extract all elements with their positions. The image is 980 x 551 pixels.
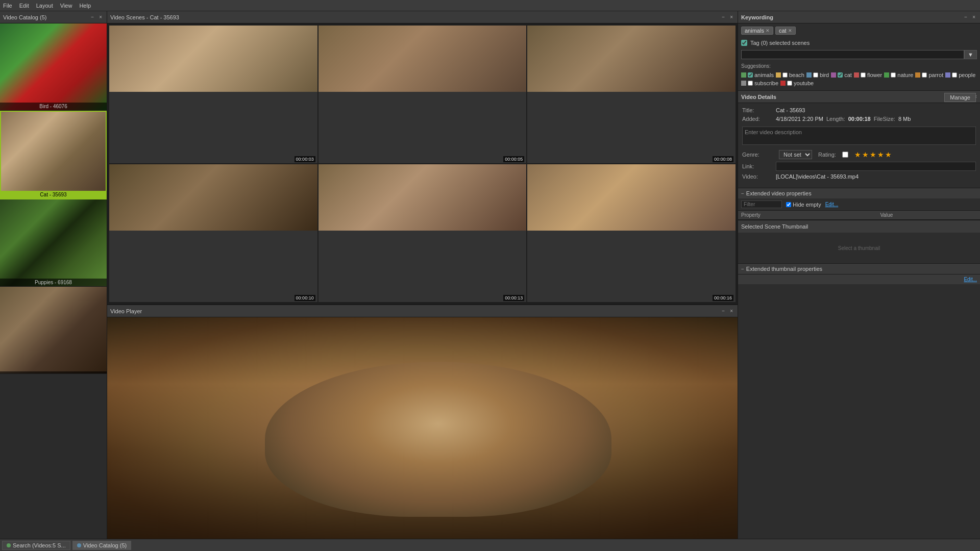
catalog-minimize-btn[interactable]: − xyxy=(89,14,95,20)
vd-rating-label: Rating: xyxy=(818,152,836,158)
ext-thumb-edit-btn[interactable]: Edit... xyxy=(964,277,977,282)
suggestion-subscribe[interactable]: subscribe xyxy=(741,80,778,86)
player-minimize-btn[interactable]: − xyxy=(720,308,726,314)
star-2[interactable]: ★ xyxy=(862,151,869,159)
tag-selected-checkbox[interactable] xyxy=(741,40,747,46)
scene-thumb-2[interactable]: 00:00:05 xyxy=(318,26,527,163)
manage-button[interactable]: Manage xyxy=(944,93,976,102)
suggestion-animals-label: animals xyxy=(754,72,774,78)
suggestion-people-check[interactable] xyxy=(952,72,957,78)
keyword-tag-animals-remove[interactable]: ✕ xyxy=(766,28,770,33)
catalog-item-puppies[interactable]: Puppies - 69168 xyxy=(0,199,107,287)
scene-thumb-4[interactable]: 00:00:10 xyxy=(109,164,317,302)
suggestion-subscribe-label: subscribe xyxy=(754,80,778,86)
suggestion-flower-label: flower xyxy=(867,72,882,78)
suggestion-animals-check[interactable] xyxy=(748,72,753,78)
ext-filter-input[interactable] xyxy=(741,201,782,208)
catalog-item-cat[interactable]: Cat - 35693 xyxy=(0,111,107,199)
bottom-tab-search[interactable]: Search (Videos:5 S... xyxy=(2,541,70,550)
suggestion-animals[interactable]: animals xyxy=(741,72,774,78)
vd-filesize-label: FileSize: xyxy=(874,116,895,122)
bottom-tab-catalog[interactable]: Video Catalog (5) xyxy=(72,541,131,550)
suggestion-people[interactable]: people xyxy=(945,72,975,78)
scenes-minimize-btn[interactable]: − xyxy=(720,14,726,20)
suggestion-nature[interactable]: nature xyxy=(884,72,913,78)
suggestion-nature-check[interactable] xyxy=(891,72,896,78)
vd-added-label: Added: xyxy=(742,116,773,122)
suggestion-flower-check[interactable] xyxy=(861,72,866,78)
suggestion-parrot[interactable]: parrot xyxy=(915,72,943,78)
rating-checkbox-input[interactable] xyxy=(842,152,848,158)
scene-time-6: 00:00:16 xyxy=(713,295,733,301)
scene-thumb-1[interactable]: 00:00:03 xyxy=(109,26,317,163)
menu-help[interactable]: Help xyxy=(79,3,91,9)
ext-edit-button[interactable]: Edit... xyxy=(825,202,839,207)
scenes-panel: Video Scenes - Cat - 35693 − × 00:00:03 … xyxy=(107,11,738,304)
vd-genre-select[interactable]: Not set xyxy=(779,150,812,159)
scenes-panel-header: Video Scenes - Cat - 35693 − × xyxy=(107,11,738,23)
vd-description-field[interactable]: Enter video description xyxy=(742,127,976,145)
suggestion-flower[interactable]: flower xyxy=(854,72,882,78)
vd-title-value: Cat - 35693 xyxy=(776,107,805,113)
menu-edit[interactable]: Edit xyxy=(19,3,29,9)
vd-header: Video Details + − × xyxy=(738,91,980,103)
menu-file[interactable]: File xyxy=(3,3,12,9)
ext-panel-title: Extended video properties xyxy=(746,190,812,196)
keyword-tag-animals[interactable]: animals ✕ xyxy=(741,27,773,35)
suggestion-bird[interactable]: bird xyxy=(806,72,829,78)
ext-hide-empty-check[interactable] xyxy=(786,202,791,207)
suggestion-youtube[interactable]: youtube xyxy=(780,80,814,86)
catalog-tab-label: Video Catalog (5) xyxy=(83,542,127,548)
search-tab-label: Search (Videos:5 S... xyxy=(13,542,66,548)
suggestion-beach-check[interactable] xyxy=(782,72,788,78)
tag-dropdown-btn[interactable]: ▼ xyxy=(964,50,977,59)
ext-toolbar: Hide empty Edit... xyxy=(738,198,980,211)
menu-view[interactable]: View xyxy=(60,3,72,9)
star-4[interactable]: ★ xyxy=(877,151,884,159)
keyword-tags-row: animals ✕ cat ✕ xyxy=(738,23,980,38)
catalog-item-cat2[interactable] xyxy=(0,287,107,374)
suggestion-subscribe-check[interactable] xyxy=(748,81,753,86)
ext-thumb-header[interactable]: − Extended thumbnail properties xyxy=(738,264,980,274)
player-controls: − × xyxy=(720,308,734,314)
scene-thumb-6[interactable]: 00:00:16 xyxy=(527,164,736,302)
vd-video-row: Video: [LOCAL]\videos\Cat - 35693.mp4 xyxy=(742,173,976,180)
suggestion-cat[interactable]: cat xyxy=(831,72,852,78)
scenes-panel-title: Video Scenes - Cat - 35693 xyxy=(110,14,179,20)
menu-layout[interactable]: Layout xyxy=(36,3,53,9)
suggestion-beach-label: beach xyxy=(789,72,804,78)
selected-scene-thumbnail-panel: Selected Scene Thumbnail Select a thumbn… xyxy=(738,220,980,263)
scene-thumb-5[interactable]: 00:00:13 xyxy=(318,164,527,302)
suggestion-cat-check[interactable] xyxy=(838,72,843,78)
extended-video-properties: − Extended video properties Hide empty E… xyxy=(738,188,980,220)
catalog-item-cat2-label xyxy=(0,371,107,373)
player-panel: Video Player − × xyxy=(107,304,738,539)
player-close-btn[interactable]: × xyxy=(728,308,734,314)
vd-added-value: 4/18/2021 2:20 PM xyxy=(776,116,823,122)
tag-input-field[interactable] xyxy=(741,50,964,59)
player-viewport[interactable] xyxy=(107,317,738,539)
vd-title: Video Details xyxy=(741,94,776,100)
catalog-item-bird[interactable]: Bird - 46076 xyxy=(0,23,107,111)
suggestion-parrot-check[interactable] xyxy=(922,72,927,78)
catalog-close-btn[interactable]: × xyxy=(97,14,104,20)
keywording-minimize-btn[interactable]: − xyxy=(963,14,969,20)
keyword-tag-cat[interactable]: cat ✕ xyxy=(775,27,796,35)
star-5[interactable]: ★ xyxy=(885,151,892,159)
scenes-close-btn[interactable]: × xyxy=(728,14,734,20)
vd-rating-stars: ★ ★ ★ ★ ★ xyxy=(854,151,892,159)
scene-thumb-3[interactable]: 00:00:08 xyxy=(527,26,736,163)
suggestion-youtube-check[interactable] xyxy=(787,81,792,86)
keyword-tag-cat-remove[interactable]: ✕ xyxy=(788,28,792,33)
rating-checkbox xyxy=(842,152,848,158)
keywording-close-btn[interactable]: × xyxy=(971,14,977,20)
star-3[interactable]: ★ xyxy=(870,151,876,159)
ext-panel-header[interactable]: − Extended video properties xyxy=(738,188,980,198)
suggestion-beach[interactable]: beach xyxy=(776,72,804,78)
star-1[interactable]: ★ xyxy=(854,151,861,159)
suggestion-bird-check[interactable] xyxy=(813,72,818,78)
catalog-item-cat-label: Cat - 35693 xyxy=(1,191,106,198)
vd-link-input[interactable] xyxy=(776,162,976,171)
ext-hide-empty-label[interactable]: Hide empty xyxy=(786,202,821,208)
suggestion-youtube-label: youtube xyxy=(794,80,814,86)
